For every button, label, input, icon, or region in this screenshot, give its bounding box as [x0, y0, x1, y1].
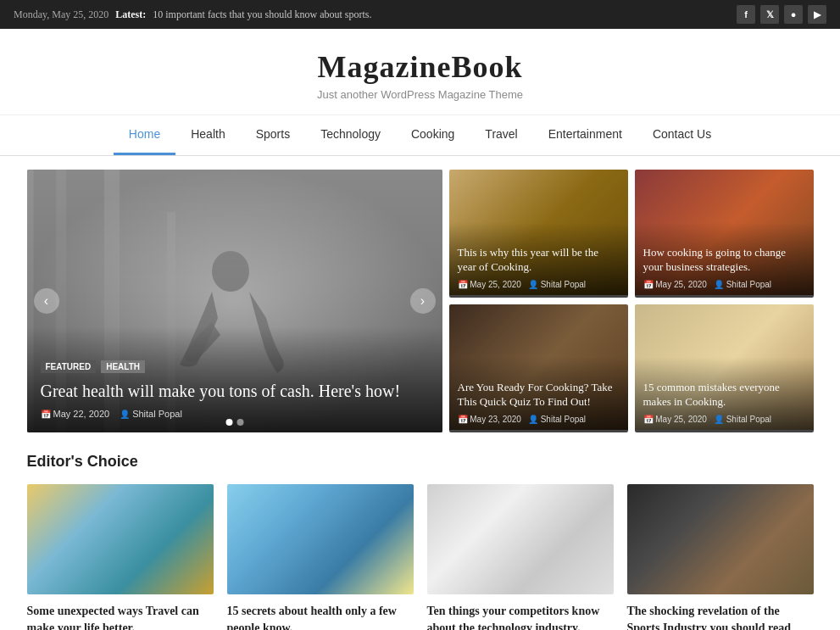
slider-dot-1[interactable] [225, 419, 232, 426]
facebook-icon[interactable]: f [737, 5, 755, 24]
site-header: MagazineBook Just another WordPress Maga… [0, 29, 840, 115]
calendar-icon: 📅 [41, 410, 51, 419]
author-icon: 👤 [528, 415, 538, 424]
grid-card-cooking3-overlay: Are You Ready For Cooking? Take This Qui… [449, 357, 628, 432]
nav-link-entertainment[interactable]: Entertainment [533, 115, 637, 155]
author-icon: 👤 [528, 280, 538, 289]
top-bar-news-ticker: 10 important facts that you should know … [153, 8, 371, 21]
nav-item-travel[interactable]: Travel [470, 115, 532, 155]
editor-card-health-image [227, 484, 414, 594]
editors-choice-grid: Some unexpected ways Travel can make you… [27, 484, 814, 630]
editor-card-travel[interactable]: Some unexpected ways Travel can make you… [27, 484, 214, 630]
nav-link-technology[interactable]: Technology [305, 115, 396, 155]
gc4-date: 📅 May 25, 2020 [643, 415, 707, 424]
grid-card-cooking4-title: 15 common mistakes everyone makes in Coo… [643, 381, 805, 410]
featured-grid: This is why this year will be the year o… [449, 170, 814, 432]
gc1-date: 📅 May 25, 2020 [458, 280, 521, 289]
hero-image: FEATURED HEALTH Great health will make y… [27, 170, 442, 432]
top-bar-latest-label: Latest: [115, 8, 146, 21]
calendar-icon: 📅 [643, 280, 654, 289]
hero-date: 📅 May 22, 2020 [41, 409, 110, 419]
twitter-icon[interactable]: 𝕏 [760, 5, 779, 24]
calendar-icon: 📅 [458, 415, 468, 424]
editors-choice-section: Editor's Choice Some unexpected ways Tra… [27, 453, 814, 630]
grid-card-cooking4-overlay: 15 common mistakes everyone makes in Coo… [635, 357, 814, 432]
hero-overlay: FEATURED HEALTH Great health will make y… [27, 326, 442, 432]
editor-card-tech-title: Ten things your competitors know about t… [427, 603, 614, 630]
site-title: MagazineBook [14, 49, 826, 85]
main-nav: Home Health Sports Technology Cooking Tr… [0, 115, 840, 156]
nav-link-sports[interactable]: Sports [241, 115, 305, 155]
site-tagline: Just another WordPress Magazine Theme [14, 88, 826, 101]
calendar-icon: 📅 [643, 415, 654, 424]
nav-link-home[interactable]: Home [114, 115, 175, 155]
grid-card-cooking1[interactable]: This is why this year will be the year o… [449, 170, 628, 298]
grid-card-cooking3-meta: 📅 May 23, 2020 👤 Shital Popal [458, 415, 620, 424]
gc1-author: 👤 Shital Popal [528, 280, 586, 289]
hero-author: 👤 Shital Popal [120, 409, 182, 419]
nav-item-cooking[interactable]: Cooking [396, 115, 470, 155]
gc2-author: 👤 Shital Popal [714, 280, 771, 289]
editor-card-health-title: 15 secrets about health only a few peopl… [227, 603, 414, 630]
hero-meta: 📅 May 22, 2020 👤 Shital Popal [41, 409, 429, 419]
editor-card-travel-image [27, 484, 214, 594]
nav-item-health[interactable]: Health [175, 115, 240, 155]
grid-card-cooking3-title: Are You Ready For Cooking? Take This Qui… [458, 381, 620, 410]
slider-dot-2[interactable] [236, 419, 243, 426]
slider-next-button[interactable]: › [410, 288, 436, 314]
nav-list: Home Health Sports Technology Cooking Tr… [114, 115, 726, 155]
top-bar-left: Monday, May 25, 2020 Latest: 10 importan… [14, 8, 372, 21]
instagram-icon[interactable]: ● [784, 5, 803, 24]
grid-card-cooking2[interactable]: How cooking is going to change your busi… [635, 170, 814, 298]
editor-card-sports-title: The shocking revelation of the Sports In… [627, 603, 814, 630]
hero-title[interactable]: Great health will make you tons of cash.… [41, 380, 429, 402]
author-icon: 👤 [714, 415, 724, 424]
featured-section: FEATURED HEALTH Great health will make y… [27, 170, 814, 432]
hero-tag-featured: FEATURED [41, 360, 97, 373]
editor-card-travel-title: Some unexpected ways Travel can make you… [27, 603, 214, 630]
grid-card-cooking1-meta: 📅 May 25, 2020 👤 Shital Popal [458, 280, 620, 289]
grid-card-cooking3[interactable]: Are You Ready For Cooking? Take This Qui… [449, 304, 628, 432]
nav-link-health[interactable]: Health [175, 115, 240, 155]
nav-item-entertainment[interactable]: Entertainment [533, 115, 637, 155]
main-content: FEATURED HEALTH Great health will make y… [14, 156, 827, 630]
grid-card-cooking2-meta: 📅 May 25, 2020 👤 Shital Popal [643, 280, 805, 289]
grid-card-cooking4[interactable]: 15 common mistakes everyone makes in Coo… [635, 304, 814, 432]
slider-dots [225, 419, 243, 426]
gc3-author: 👤 Shital Popal [528, 415, 586, 424]
hero-tag-health: HEALTH [101, 360, 145, 373]
grid-card-cooking2-overlay: How cooking is going to change your busi… [635, 222, 814, 298]
gc3-date: 📅 May 23, 2020 [458, 415, 521, 424]
social-icons: f 𝕏 ● ▶ [737, 5, 826, 24]
grid-card-cooking4-meta: 📅 May 25, 2020 👤 Shital Popal [643, 415, 805, 424]
grid-card-cooking2-title: How cooking is going to change your busi… [643, 246, 805, 275]
youtube-icon[interactable]: ▶ [808, 5, 826, 24]
calendar-icon: 📅 [458, 280, 468, 289]
nav-item-technology[interactable]: Technology [305, 115, 396, 155]
hero-tags: FEATURED HEALTH [41, 360, 429, 373]
editor-card-health-run[interactable]: 15 secrets about health only a few peopl… [227, 484, 414, 630]
editors-choice-title: Editor's Choice [27, 453, 814, 471]
author-icon: 👤 [714, 280, 724, 289]
nav-link-cooking[interactable]: Cooking [396, 115, 470, 155]
editor-card-sports-image [627, 484, 814, 594]
svg-point-5 [212, 251, 249, 292]
grid-card-cooking1-overlay: This is why this year will be the year o… [449, 222, 628, 298]
gc2-date: 📅 May 25, 2020 [643, 280, 707, 289]
nav-item-home[interactable]: Home [114, 115, 175, 155]
nav-item-sports[interactable]: Sports [241, 115, 305, 155]
nav-link-contact[interactable]: Contact Us [637, 115, 726, 155]
nav-link-travel[interactable]: Travel [470, 115, 532, 155]
nav-item-contact[interactable]: Contact Us [637, 115, 726, 155]
editor-card-sports[interactable]: The shocking revelation of the Sports In… [627, 484, 814, 630]
editor-card-tech[interactable]: Ten things your competitors know about t… [427, 484, 614, 630]
grid-card-cooking1-title: This is why this year will be the year o… [458, 246, 620, 275]
slider-prev-button[interactable]: ‹ [34, 288, 59, 314]
editor-card-tech-image [427, 484, 614, 594]
author-icon: 👤 [120, 410, 130, 419]
gc4-author: 👤 Shital Popal [714, 415, 771, 424]
top-bar: Monday, May 25, 2020 Latest: 10 importan… [0, 0, 840, 29]
top-bar-date: Monday, May 25, 2020 [14, 8, 108, 21]
hero-slider: FEATURED HEALTH Great health will make y… [27, 170, 442, 432]
